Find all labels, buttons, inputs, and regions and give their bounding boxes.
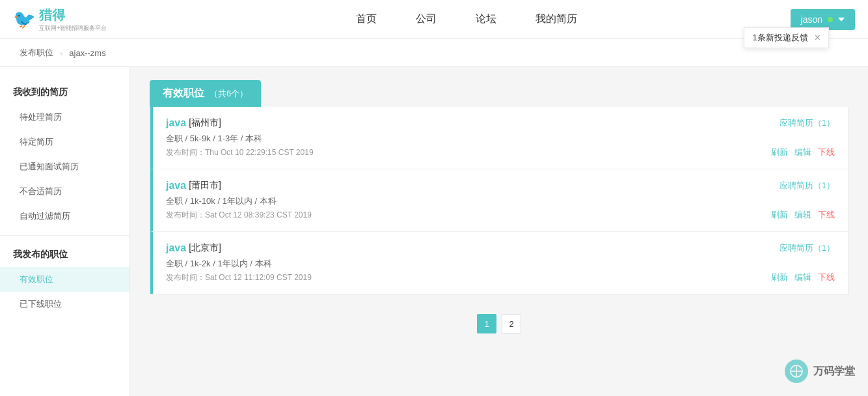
job-title-link[interactable]: java <box>166 180 186 191</box>
job-refresh-button[interactable]: 刷新 <box>771 272 788 283</box>
job-title-link[interactable]: java <box>166 117 186 129</box>
sidebar-divider <box>0 235 129 236</box>
job-meta: 全职 / 1k-2k / 1年以内 / 本科 <box>166 258 835 270</box>
job-edit-button[interactable]: 编辑 <box>794 209 811 221</box>
job-apply-link[interactable]: 应聘简历（1） <box>780 117 835 129</box>
main-layout: 我收到的简历 待处理简历 待定简历 已通知面试简历 不合适简历 自动过滤简历 我… <box>0 67 868 396</box>
main-nav: 首页 公司 论坛 我的简历 <box>143 12 791 26</box>
job-actions: 刷新 编辑 下线 <box>771 147 835 158</box>
job-time: 发布时间：Sat Oct 12 11:12:09 CST 2019 <box>166 272 835 283</box>
logo-text: 猎得 <box>39 8 65 22</box>
sidebar-item-unsuitable[interactable]: 不合适简历 <box>0 179 129 204</box>
notification-banner: 1条新投递反馈 × <box>744 27 829 48</box>
job-time: 发布时间：Sat Oct 12 08:39:23 CST 2019 <box>166 210 835 221</box>
job-offline-button[interactable]: 下线 <box>818 147 835 158</box>
job-meta: 全职 / 5k-9k / 1-3年 / 本科 <box>166 133 835 145</box>
table-row: java [莆田市] 应聘简历（1） 全职 / 1k-10k / 1年以内 / … <box>150 169 848 232</box>
job-offline-button[interactable]: 下线 <box>818 209 835 221</box>
job-title-link[interactable]: java <box>166 242 186 254</box>
sidebar-item-offline-jobs[interactable]: 已下线职位 <box>0 292 129 317</box>
nav-home[interactable]: 首页 <box>356 12 377 26</box>
job-location: [福州市] <box>189 117 221 129</box>
sidebar-item-filtered[interactable]: 自动过滤简历 <box>0 204 129 229</box>
job-top-row: java [北京市] 应聘简历（1） <box>166 242 835 254</box>
sidebar-item-notified[interactable]: 已通知面试简历 <box>0 154 129 179</box>
job-time: 发布时间：Thu Oct 10 22:29:15 CST 2019 <box>166 147 835 158</box>
page-2-button[interactable]: 2 <box>502 314 521 333</box>
job-apply-link[interactable]: 应聘简历（1） <box>780 242 835 254</box>
job-location: [莆田市] <box>189 180 221 191</box>
sidebar-section-received: 我收到的简历 <box>0 80 129 105</box>
job-title-area: java [福州市] <box>166 117 221 129</box>
watermark-text: 万码学堂 <box>813 365 855 378</box>
pagination: 1 2 <box>150 314 848 333</box>
logo: 🐦 猎得 互联网+智能招聘服务平台 <box>13 7 143 33</box>
breadcrumb-separator: › <box>60 48 62 58</box>
job-edit-button[interactable]: 编辑 <box>794 147 811 158</box>
section-count: （共6个） <box>210 88 248 100</box>
job-refresh-button[interactable]: 刷新 <box>771 209 788 221</box>
user-dropdown-arrow-icon <box>838 18 845 21</box>
job-refresh-button[interactable]: 刷新 <box>771 147 788 158</box>
watermark-logo-icon <box>785 360 808 383</box>
logo-subtitle: 互联网+智能招聘服务平台 <box>39 24 107 33</box>
breadcrumb-current: ajax--zms <box>69 48 105 58</box>
user-menu-button[interactable]: jason <box>791 9 855 30</box>
breadcrumb-root: 发布职位 <box>20 47 53 59</box>
sidebar-item-pending[interactable]: 待处理简历 <box>0 105 129 130</box>
username-label: jason <box>801 14 822 25</box>
table-row: java [北京市] 应聘简历（1） 全职 / 1k-2k / 1年以内 / 本… <box>150 232 848 294</box>
page-1-button[interactable]: 1 <box>477 314 496 333</box>
nav-resume[interactable]: 我的简历 <box>536 12 577 26</box>
job-actions: 刷新 编辑 下线 <box>771 272 835 283</box>
nav-forum[interactable]: 论坛 <box>476 12 496 26</box>
job-title-area: java [莆田市] <box>166 180 221 191</box>
job-top-row: java [莆田市] 应聘简历（1） <box>166 180 835 191</box>
main-content: 有效职位 （共6个） java [福州市] 应聘简历（1） 全职 / 5k-9k… <box>130 67 868 396</box>
job-meta: 全职 / 1k-10k / 1年以内 / 本科 <box>166 195 835 207</box>
sidebar-item-hold[interactable]: 待定简历 <box>0 130 129 154</box>
job-list: java [福州市] 应聘简历（1） 全职 / 5k-9k / 1-3年 / 本… <box>150 107 848 294</box>
sidebar-section-published: 我发布的职位 <box>0 242 129 267</box>
nav-company[interactable]: 公司 <box>416 12 437 26</box>
section-title: 有效职位 <box>163 87 204 100</box>
job-edit-button[interactable]: 编辑 <box>794 272 811 283</box>
job-apply-link[interactable]: 应聘简历（1） <box>780 180 835 191</box>
job-actions: 刷新 编辑 下线 <box>771 209 835 221</box>
logo-icon: 🐦 <box>13 8 36 30</box>
footer-watermark: 万码学堂 <box>785 360 855 383</box>
job-offline-button[interactable]: 下线 <box>818 272 835 283</box>
section-header: 有效职位 （共6个） <box>150 80 261 107</box>
sidebar: 我收到的简历 待处理简历 待定简历 已通知面试简历 不合适简历 自动过滤简历 我… <box>0 67 130 396</box>
notification-close-button[interactable]: × <box>815 33 821 43</box>
job-location: [北京市] <box>189 242 221 254</box>
notification-text: 1条新投递反馈 <box>752 32 807 44</box>
job-title-area: java [北京市] <box>166 242 221 254</box>
breadcrumb: 发布职位 › ajax--zms <box>0 39 868 67</box>
user-online-dot <box>828 17 833 22</box>
sidebar-item-active-jobs[interactable]: 有效职位 <box>0 267 129 292</box>
job-top-row: java [福州市] 应聘简历（1） <box>166 117 835 129</box>
table-row: java [福州市] 应聘简历（1） 全职 / 5k-9k / 1-3年 / 本… <box>150 107 848 169</box>
header: 🐦 猎得 互联网+智能招聘服务平台 首页 公司 论坛 我的简历 jason 1条… <box>0 0 868 39</box>
